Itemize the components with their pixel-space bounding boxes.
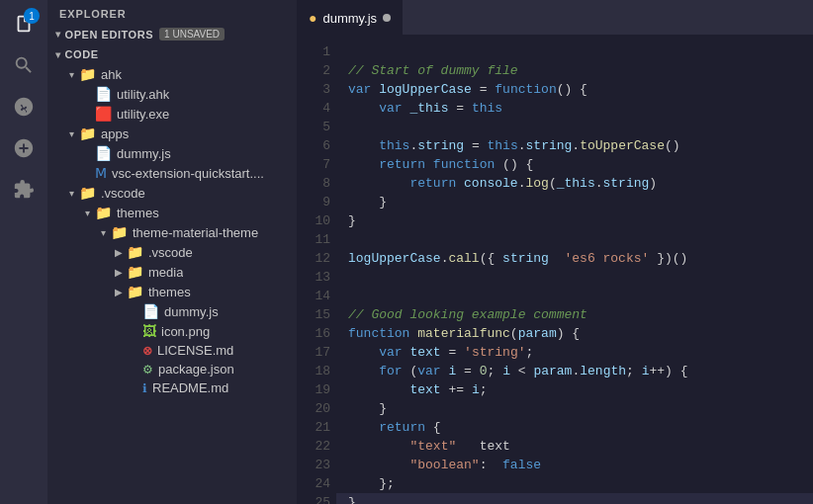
badge-count: 1 [24,8,40,24]
folder-icon: 📁 [127,284,143,299]
code-line-5 [348,118,805,136]
folder-icon: 📁 [79,66,96,82]
tree-item-utility-ahk[interactable]: 📄 utility.ahk [47,84,297,104]
code-content[interactable]: // Start of dummy filevar logUpperCase =… [336,35,813,504]
file-tree: ▾ 📁 ahk 📄 utility.ahk 🟥 utility.exe ▾ 📁 … [47,64,297,504]
open-editors-label: OPEN EDITORS [65,29,154,41]
code-line-17: var text = 'string'; [348,343,805,362]
exe-file-icon: 🟥 [95,106,112,122]
code-line-10: } [348,211,805,230]
code-line-3: var logUpperCase = function() { [348,80,805,99]
tree-item-apps[interactable]: ▾ 📁 apps [47,124,297,143]
code-line-16: function materialfunc(param) { [348,324,805,343]
code-section[interactable]: ▾ CODE [47,44,297,64]
tab-file-icon: ● [309,10,316,26]
code-line-9: } [348,193,805,211]
license-label: LICENSE.md [157,343,233,358]
code-line-6: this.string = this.string.toUpperCase() [348,136,805,155]
themes-sub-label: themes [148,285,191,299]
icon-png-label: icon.png [161,324,210,339]
code-line-2: // Start of dummy file [348,61,805,80]
tree-item-themes[interactable]: ▾ 📁 themes [47,203,297,222]
folder-icon: 📁 [127,244,143,260]
files-activity-icon[interactable]: 1 [4,4,44,43]
tree-item-themes-sub[interactable]: ▶ 📁 themes [47,282,297,301]
modified-dot [383,14,391,22]
tree-item-dummy-js[interactable]: 📄 dummy.js [47,143,297,163]
explorer-header: EXPLORER [47,0,297,24]
apps-label: apps [101,126,129,141]
media-label: media [148,265,183,280]
tree-item-icon-png[interactable]: 🖼 icon.png [47,321,297,341]
tree-item-vscode-sub[interactable]: ▶ 📁 .vscode [47,242,297,262]
code-line-23: "boolean": false [348,456,805,474]
code-line-13 [348,268,805,287]
folder-icon: 📁 [95,205,112,220]
code-line-22: "text" text [348,437,805,456]
tree-item-readme[interactable]: ℹ README.md [47,378,297,397]
vscode-chevron: ▾ [63,188,79,199]
js-file-icon: 📄 [95,145,112,161]
code-label: CODE [65,48,99,60]
dummy-js-2-label: dummy.js [164,304,219,319]
active-tab[interactable]: ● dummy.js [297,0,403,35]
vscode-sub-label: .vscode [148,245,193,260]
license-file-icon: ⊗ [142,344,152,358]
apps-chevron: ▾ [63,128,79,139]
tree-item-vsc-extension[interactable]: Ⅿ vsc-extension-quickstart.... [47,163,297,183]
editor-area: ● dummy.js 12345 678910 1112131415 16171… [297,0,813,504]
utility-exe-label: utility.exe [117,107,169,122]
code-line-21: return { [348,418,805,437]
code-line-14 [348,287,805,305]
sidebar: EXPLORER ▾ OPEN EDITORS 1 UNSAVED ▾ CODE… [47,0,297,504]
source-control-activity-icon[interactable] [4,87,44,126]
tree-item-ahk[interactable]: ▾ 📁 ahk [47,64,297,84]
extensions-activity-icon[interactable] [4,170,44,210]
search-activity-icon[interactable] [4,45,44,85]
code-line-1 [348,42,805,61]
tab-bar: ● dummy.js [297,0,813,35]
json-file-icon: ⚙ [142,363,153,377]
code-editor[interactable]: 12345 678910 1112131415 1617181920 21222… [297,35,813,504]
tree-item-theme-material[interactable]: ▾ 📁 theme-material-theme [47,222,297,242]
vscode-label: .vscode [101,186,145,201]
utility-ahk-label: utility.ahk [117,87,169,102]
code-line-20: } [348,399,805,418]
ahk-chevron: ▾ [63,69,79,80]
themes-label: themes [117,206,159,220]
tree-item-media[interactable]: ▶ 📁 media [47,262,297,282]
code-line-4: var _this = this [348,99,805,118]
dummy-js-label: dummy.js [117,146,171,161]
tree-item-dummy-js-2[interactable]: 📄 dummy.js [47,301,297,321]
tree-item-license[interactable]: ⊗ LICENSE.md [47,341,297,360]
md-file-icon: Ⅿ [95,165,107,181]
folder-icon: 📁 [79,126,96,141]
tree-item-utility-exe[interactable]: 🟥 utility.exe [47,104,297,124]
code-line-25: } [336,493,813,504]
activity-bar: 1 [0,0,47,504]
open-editors-chevron: ▾ [55,29,61,40]
tab-filename: dummy.js [322,11,377,26]
js-file-icon: 📄 [142,303,159,319]
themes-sub-chevron: ▶ [111,287,127,297]
code-line-24: }; [348,474,805,493]
folder-icon: 📁 [79,185,96,201]
debug-activity-icon[interactable] [4,128,44,168]
theme-material-chevron: ▾ [95,227,111,238]
ahk-label: ahk [101,67,122,82]
line-numbers: 12345 678910 1112131415 1617181920 21222… [297,35,336,504]
readme-file-icon: ℹ [142,381,147,395]
folder-icon: 📁 [127,264,143,280]
tree-item-vscode[interactable]: ▾ 📁 .vscode [47,183,297,203]
code-line-19: text += i; [348,380,805,399]
unsaved-badge: 1 UNSAVED [159,28,225,41]
ahk-file-icon: 📄 [95,86,112,102]
code-line-11 [348,230,805,249]
tree-item-package-json[interactable]: ⚙ package.json [47,360,297,378]
open-editors-section[interactable]: ▾ OPEN EDITORS 1 UNSAVED [47,24,297,44]
folder-icon: 📁 [111,224,128,240]
code-line-12: logUpperCase.call({ string 'es6 rocks' }… [348,249,805,268]
readme-label: README.md [152,380,228,395]
code-chevron: ▾ [55,49,61,60]
media-chevron: ▶ [111,267,127,278]
